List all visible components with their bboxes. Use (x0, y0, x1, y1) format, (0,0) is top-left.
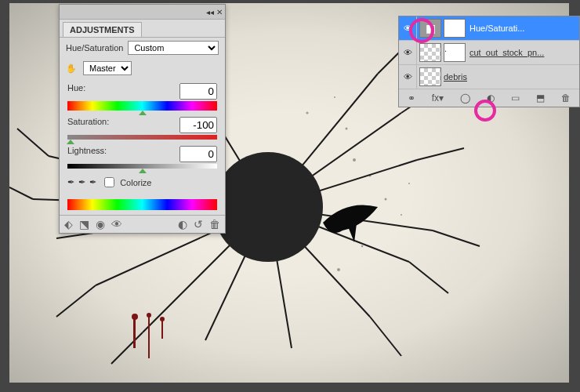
hue-value[interactable] (179, 83, 217, 100)
close-icon[interactable]: ✕ (216, 8, 223, 16)
collapse-icon[interactable]: ◂◂ (206, 8, 214, 16)
lightness-label: Lightness: (67, 146, 107, 162)
lightness-slider[interactable] (67, 164, 217, 169)
reset-icon[interactable]: ↺ (194, 218, 203, 230)
folder-icon[interactable]: ▭ (511, 93, 520, 103)
panel-titlebar[interactable]: ◂◂ ✕ (60, 5, 225, 20)
saturation-slider[interactable] (67, 135, 217, 140)
layer-name[interactable]: cut_out_stock_pn... (469, 48, 544, 57)
visibility-icon[interactable]: 👁 (111, 218, 122, 230)
slider-handle[interactable] (67, 140, 74, 144)
svg-rect-12 (133, 317, 136, 348)
adjustment-name-row: Hue/Saturation Custom (60, 38, 225, 58)
spectrum-strip (67, 199, 217, 210)
expand-icon[interactable]: ⬔ (79, 218, 89, 230)
panel-footer: ⬖ ⬔ ◉ 👁 ◐ ↺ 🗑 (60, 215, 225, 233)
targeted-tool-icon[interactable]: ✋ (66, 64, 77, 74)
fx-icon[interactable]: fx▾ (432, 93, 444, 103)
prev-icon[interactable]: ◐ (178, 218, 187, 230)
eyedropper-add-icon[interactable]: ✒ (78, 177, 85, 187)
adjustments-panel[interactable]: ◂◂ ✕ ADJUSTMENTS Hue/Saturation Custom ✋… (59, 4, 226, 234)
new-layer-icon[interactable]: ⬒ (536, 93, 545, 103)
layer-row[interactable]: 👁 debris (399, 65, 579, 89)
slider-handle[interactable] (139, 169, 147, 173)
slider-handle[interactable] (139, 111, 147, 115)
preset-select[interactable]: Custom (128, 41, 219, 55)
visibility-toggle[interactable]: 👁 (399, 41, 417, 64)
svg-rect-16 (161, 319, 163, 339)
hue-label: Hue: (67, 83, 85, 100)
layer-thumbnail[interactable] (419, 43, 441, 62)
eyedropper-subtract-icon[interactable]: ✒ (89, 177, 96, 187)
saturation-value[interactable] (179, 117, 217, 133)
trash-icon[interactable]: 🗑 (209, 218, 220, 230)
clip-icon[interactable]: ◉ (96, 218, 105, 230)
range-select[interactable]: Master (83, 61, 132, 75)
colorize-checkbox[interactable] (104, 177, 114, 187)
blood-drips (127, 313, 198, 376)
lightness-value[interactable] (179, 146, 217, 162)
layer-row[interactable]: 👁 . cut_out_stock_pn... (399, 41, 579, 65)
colorize-row: ✒ ✒ ✒ Colorize (60, 170, 225, 194)
return-icon[interactable]: ⬖ (64, 218, 73, 230)
adjustment-type: Hue/Saturation (66, 43, 123, 53)
layer-mask[interactable] (444, 19, 466, 38)
link-icon[interactable]: ⚭ (408, 93, 415, 103)
layer-mask[interactable]: . (444, 43, 466, 62)
layer-name[interactable]: debris (444, 72, 467, 82)
annotation-circle (474, 100, 496, 122)
tab-strip: ADJUSTMENTS (60, 20, 225, 38)
eyedropper-icon[interactable]: ✒ (67, 177, 74, 187)
hue-slider[interactable] (67, 101, 217, 111)
layer-name[interactable]: Hue/Saturati... (469, 24, 524, 33)
range-row: ✋ Master (60, 58, 225, 78)
mask-icon[interactable]: ◯ (460, 93, 470, 103)
visibility-toggle[interactable]: 👁 (399, 65, 417, 89)
trash-icon[interactable]: 🗑 (561, 93, 571, 103)
tab-adjustments[interactable]: ADJUSTMENTS (63, 22, 142, 37)
svg-rect-14 (148, 315, 150, 358)
colorize-label: Colorize (120, 178, 151, 187)
annotation-circle (409, 18, 434, 43)
layer-thumbnail[interactable] (419, 67, 441, 86)
saturation-label: Saturation: (67, 117, 109, 133)
